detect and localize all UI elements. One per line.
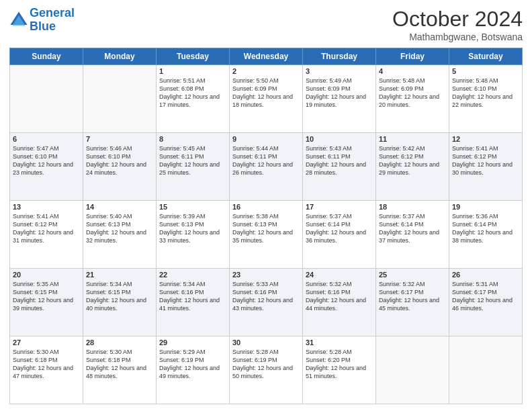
day-number: 22	[159, 271, 226, 279]
cell-info: Sunrise: 5:49 AM Sunset: 6:09 PM Dayligh…	[306, 77, 373, 109]
page: General Blue October 2024 Mathambgwane, …	[0, 0, 532, 411]
day-number: 9	[232, 135, 300, 143]
cell-info: Sunrise: 5:30 AM Sunset: 6:18 PM Dayligh…	[13, 348, 80, 381]
calendar-cell: 28Sunrise: 5:30 AM Sunset: 6:18 PM Dayli…	[83, 336, 157, 404]
calendar-cell: 1Sunrise: 5:51 AM Sunset: 6:08 PM Daylig…	[157, 65, 230, 133]
cell-info: Sunrise: 5:36 AM Sunset: 6:14 PM Dayligh…	[452, 212, 519, 245]
calendar-cell: 15Sunrise: 5:39 AM Sunset: 6:13 PM Dayli…	[157, 201, 230, 269]
calendar-cell: 13Sunrise: 5:41 AM Sunset: 6:12 PM Dayli…	[10, 201, 83, 269]
cell-info: Sunrise: 5:30 AM Sunset: 6:18 PM Dayligh…	[86, 348, 153, 381]
calendar-header-row: SundayMondayTuesdayWednesdayThursdayFrid…	[10, 48, 523, 65]
cell-info: Sunrise: 5:35 AM Sunset: 6:15 PM Dayligh…	[13, 280, 80, 313]
day-number: 21	[86, 271, 153, 279]
cell-info: Sunrise: 5:43 AM Sunset: 6:11 PM Dayligh…	[306, 144, 373, 177]
day-number: 12	[452, 135, 519, 143]
calendar-cell: 2Sunrise: 5:50 AM Sunset: 6:09 PM Daylig…	[230, 65, 303, 133]
day-header-monday: Monday	[83, 48, 157, 65]
cell-info: Sunrise: 5:31 AM Sunset: 6:17 PM Dayligh…	[452, 280, 519, 313]
calendar-week-row: 27Sunrise: 5:30 AM Sunset: 6:18 PM Dayli…	[10, 336, 523, 404]
cell-info: Sunrise: 5:51 AM Sunset: 6:08 PM Dayligh…	[159, 77, 226, 109]
calendar-week-row: 6Sunrise: 5:47 AM Sunset: 6:10 PM Daylig…	[10, 133, 523, 201]
day-header-tuesday: Tuesday	[157, 48, 230, 65]
cell-info: Sunrise: 5:41 AM Sunset: 6:12 PM Dayligh…	[13, 212, 80, 245]
calendar-cell: 4Sunrise: 5:48 AM Sunset: 6:09 PM Daylig…	[376, 65, 449, 133]
day-number: 28	[86, 338, 153, 347]
calendar-cell: 14Sunrise: 5:40 AM Sunset: 6:13 PM Dayli…	[83, 201, 157, 269]
calendar-cell	[376, 336, 449, 404]
day-header-friday: Friday	[376, 48, 449, 65]
cell-info: Sunrise: 5:41 AM Sunset: 6:12 PM Dayligh…	[452, 144, 519, 177]
calendar-cell: 16Sunrise: 5:38 AM Sunset: 6:13 PM Dayli…	[230, 201, 303, 269]
calendar-week-row: 1Sunrise: 5:51 AM Sunset: 6:08 PM Daylig…	[10, 65, 523, 133]
logo-icon	[9, 11, 28, 30]
calendar-cell: 9Sunrise: 5:44 AM Sunset: 6:11 PM Daylig…	[230, 133, 303, 201]
calendar-cell: 10Sunrise: 5:43 AM Sunset: 6:11 PM Dayli…	[303, 133, 376, 201]
day-number: 10	[306, 135, 373, 143]
month-title: October 2024	[392, 7, 523, 32]
calendar-cell: 11Sunrise: 5:42 AM Sunset: 6:12 PM Dayli…	[376, 133, 449, 201]
day-number: 11	[379, 135, 446, 143]
cell-info: Sunrise: 5:29 AM Sunset: 6:19 PM Dayligh…	[159, 348, 226, 381]
cell-info: Sunrise: 5:42 AM Sunset: 6:12 PM Dayligh…	[379, 144, 446, 177]
calendar-cell: 30Sunrise: 5:28 AM Sunset: 6:19 PM Dayli…	[230, 336, 303, 404]
calendar-cell: 7Sunrise: 5:46 AM Sunset: 6:10 PM Daylig…	[83, 133, 157, 201]
calendar-cell: 8Sunrise: 5:45 AM Sunset: 6:11 PM Daylig…	[157, 133, 230, 201]
day-number: 18	[379, 203, 446, 211]
day-number: 29	[159, 338, 226, 347]
cell-info: Sunrise: 5:28 AM Sunset: 6:19 PM Dayligh…	[232, 348, 300, 381]
cell-info: Sunrise: 5:45 AM Sunset: 6:11 PM Dayligh…	[159, 144, 226, 177]
cell-info: Sunrise: 5:32 AM Sunset: 6:17 PM Dayligh…	[379, 280, 446, 313]
calendar-cell: 3Sunrise: 5:49 AM Sunset: 6:09 PM Daylig…	[303, 65, 376, 133]
cell-info: Sunrise: 5:48 AM Sunset: 6:10 PM Dayligh…	[452, 77, 519, 109]
calendar-cell	[83, 65, 157, 133]
logo-line1: General	[30, 6, 75, 19]
day-number: 8	[159, 135, 226, 143]
day-number: 26	[452, 271, 519, 279]
location: Mathambgwane, Botswana	[392, 32, 523, 42]
calendar-cell: 22Sunrise: 5:34 AM Sunset: 6:16 PM Dayli…	[157, 269, 230, 336]
cell-info: Sunrise: 5:34 AM Sunset: 6:16 PM Dayligh…	[159, 280, 226, 313]
calendar-cell: 26Sunrise: 5:31 AM Sunset: 6:17 PM Dayli…	[449, 269, 523, 336]
calendar-cell: 29Sunrise: 5:29 AM Sunset: 6:19 PM Dayli…	[157, 336, 230, 404]
calendar-cell: 5Sunrise: 5:48 AM Sunset: 6:10 PM Daylig…	[449, 65, 523, 133]
day-number: 30	[232, 338, 300, 347]
day-header-wednesday: Wednesday	[230, 48, 303, 65]
day-header-sunday: Sunday	[10, 48, 83, 65]
calendar-cell: 31Sunrise: 5:28 AM Sunset: 6:20 PM Dayli…	[303, 336, 376, 404]
day-number: 5	[452, 67, 519, 75]
calendar-cell: 23Sunrise: 5:33 AM Sunset: 6:16 PM Dayli…	[230, 269, 303, 336]
calendar-cell: 6Sunrise: 5:47 AM Sunset: 6:10 PM Daylig…	[10, 133, 83, 201]
cell-info: Sunrise: 5:40 AM Sunset: 6:13 PM Dayligh…	[86, 212, 153, 245]
day-header-thursday: Thursday	[303, 48, 376, 65]
calendar-cell: 12Sunrise: 5:41 AM Sunset: 6:12 PM Dayli…	[449, 133, 523, 201]
day-number: 19	[452, 203, 519, 211]
calendar-cell: 27Sunrise: 5:30 AM Sunset: 6:18 PM Dayli…	[10, 336, 83, 404]
calendar-cell	[10, 65, 83, 133]
calendar-cell: 17Sunrise: 5:37 AM Sunset: 6:14 PM Dayli…	[303, 201, 376, 269]
cell-info: Sunrise: 5:37 AM Sunset: 6:14 PM Dayligh…	[306, 212, 373, 245]
day-number: 15	[159, 203, 226, 211]
day-number: 7	[86, 135, 153, 143]
cell-info: Sunrise: 5:34 AM Sunset: 6:15 PM Dayligh…	[86, 280, 153, 313]
calendar-cell: 25Sunrise: 5:32 AM Sunset: 6:17 PM Dayli…	[376, 269, 449, 336]
day-number: 31	[306, 338, 373, 347]
day-number: 1	[159, 67, 226, 75]
calendar-cell: 18Sunrise: 5:37 AM Sunset: 6:14 PM Dayli…	[376, 201, 449, 269]
calendar-cell	[449, 336, 523, 404]
logo-area: General Blue	[9, 7, 75, 34]
calendar-table: SundayMondayTuesdayWednesdayThursdayFrid…	[9, 48, 523, 404]
cell-info: Sunrise: 5:28 AM Sunset: 6:20 PM Dayligh…	[306, 348, 373, 381]
calendar-week-row: 13Sunrise: 5:41 AM Sunset: 6:12 PM Dayli…	[10, 201, 523, 269]
day-number: 23	[232, 271, 300, 279]
day-number: 24	[306, 271, 373, 279]
title-area: October 2024 Mathambgwane, Botswana	[392, 7, 523, 42]
cell-info: Sunrise: 5:38 AM Sunset: 6:13 PM Dayligh…	[232, 212, 300, 245]
day-number: 20	[13, 271, 80, 279]
day-number: 13	[13, 203, 80, 211]
day-number: 16	[232, 203, 300, 211]
calendar-cell: 21Sunrise: 5:34 AM Sunset: 6:15 PM Dayli…	[83, 269, 157, 336]
cell-info: Sunrise: 5:47 AM Sunset: 6:10 PM Dayligh…	[13, 144, 80, 177]
cell-info: Sunrise: 5:48 AM Sunset: 6:09 PM Dayligh…	[379, 77, 446, 109]
logo-text: General Blue	[30, 7, 75, 34]
day-number: 14	[86, 203, 153, 211]
